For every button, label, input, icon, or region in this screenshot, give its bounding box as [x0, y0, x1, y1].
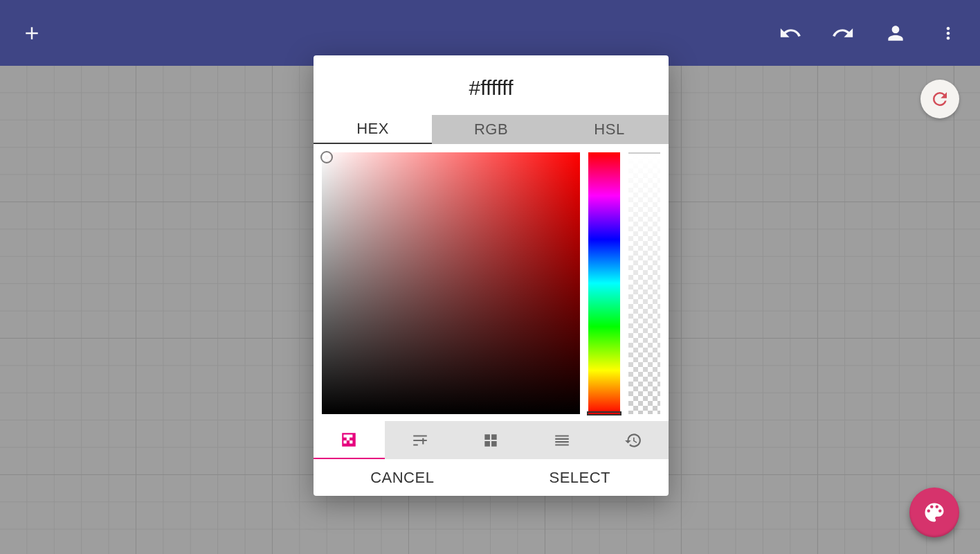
- palette-fab[interactable]: [909, 488, 959, 537]
- mode-history[interactable]: [597, 421, 669, 459]
- tab-rgb[interactable]: RGB: [432, 115, 550, 144]
- cancel-button[interactable]: CANCEL: [314, 459, 491, 496]
- history-icon: [624, 431, 642, 449]
- dialog-actions: CANCEL SELECT: [314, 459, 669, 496]
- saturation-value-panel[interactable]: [322, 152, 580, 414]
- refresh-fab[interactable]: [920, 80, 959, 118]
- tab-hsl[interactable]: HSL: [550, 115, 669, 144]
- refresh-icon: [929, 89, 950, 109]
- profile-button[interactable]: [880, 18, 911, 48]
- transparency-icon: [340, 431, 358, 449]
- list-icon: [553, 431, 571, 449]
- grid-icon: [482, 431, 500, 449]
- undo-button[interactable]: [775, 18, 806, 48]
- sv-cursor[interactable]: [320, 151, 333, 163]
- picker-area: [314, 144, 669, 421]
- hue-handle[interactable]: [587, 411, 621, 416]
- redo-button[interactable]: [828, 18, 858, 48]
- add-button[interactable]: [17, 18, 47, 48]
- color-picker-dialog: #ffffff HEX RGB HSL: [314, 55, 669, 496]
- picker-mode-strip: [314, 421, 669, 459]
- mode-swatches[interactable]: [455, 421, 527, 459]
- mode-sliders[interactable]: [385, 421, 456, 459]
- sliders-icon: [411, 431, 429, 449]
- hue-slider[interactable]: [588, 152, 620, 414]
- dialog-title: #ffffff: [314, 55, 669, 115]
- tab-hex[interactable]: HEX: [314, 115, 432, 144]
- mode-transparency[interactable]: [314, 421, 385, 459]
- color-format-tabs: HEX RGB HSL: [314, 115, 669, 144]
- more-button[interactable]: [933, 18, 963, 48]
- palette-icon: [922, 500, 947, 525]
- mode-list[interactable]: [527, 421, 598, 459]
- alpha-slider[interactable]: [628, 152, 660, 414]
- select-button[interactable]: SELECT: [491, 459, 669, 496]
